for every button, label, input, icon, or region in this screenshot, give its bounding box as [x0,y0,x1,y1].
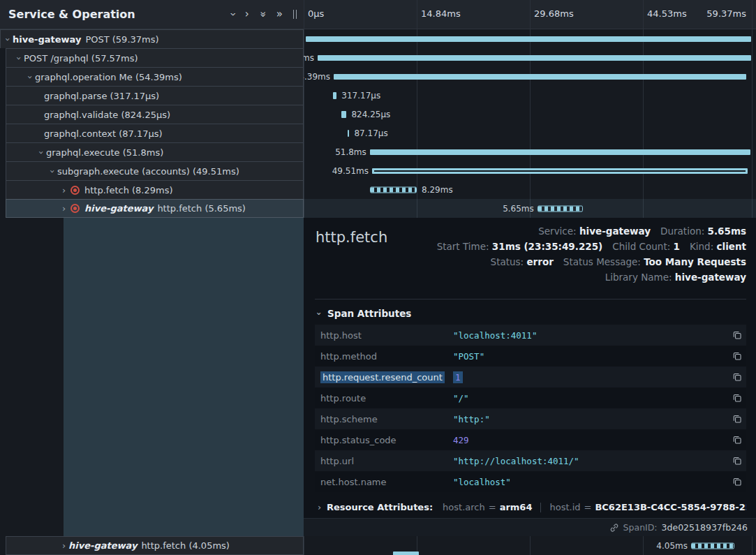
duration-bar[interactable] [334,74,746,80]
tree-item-http-fetch-8-29[interactable]: ›http.fetch (8.29ms) [6,180,304,199]
partial-next-bar [393,552,419,555]
chevron-right-icon[interactable]: › [245,9,249,20]
equals-sign: = [584,502,592,512]
chevron-right-icon[interactable]: › [59,204,68,213]
timeline-track: 5.65ms [305,199,752,218]
gridline [530,0,531,29]
gridline [752,0,753,29]
duration-bar[interactable] [370,186,417,193]
time-axis: 0µs14.84ms29.68ms44.53ms59.37ms [304,0,756,29]
resource-attributes-items: host.arch=arm64host.id=BC62E13B-C4CC-585… [443,502,746,512]
chevron-down-icon[interactable]: › [15,54,24,63]
span-attributes-header[interactable]: › Span Attributes [315,308,756,319]
attribute-row: http.method"POST" [315,346,746,367]
bottom-span-row: ›hive-gatewayhttp.fetch (4.05ms)4.05ms [0,536,756,555]
meta-value: 1 [674,241,680,252]
copy-icon[interactable] [732,351,742,361]
details-header: http.fetch Service: hive-gatewayDuration… [304,218,756,299]
copy-icon[interactable] [732,372,742,382]
timeline-cell: 57.57ms [304,48,756,67]
attribute-value: "localhost:4011" [453,330,725,341]
panel-resize-handle[interactable] [293,10,297,19]
duration-label: 57.57ms [304,53,314,63]
tree-item-http-fetch-4-05[interactable]: ›hive-gatewayhttp.fetch (4.05ms) [6,536,304,555]
copy-icon[interactable] [732,456,742,466]
duration-bar[interactable] [333,92,336,99]
duration-bar[interactable] [538,205,583,212]
gridline [643,0,644,29]
attribute-name: http.host [320,330,362,341]
gridline [304,536,304,555]
selected-value: 1 [453,371,463,383]
duration-bar[interactable] [341,111,346,118]
duration-bar[interactable] [370,149,750,155]
copy-icon[interactable] [732,393,742,403]
chevron-down-icon[interactable]: › [227,13,237,17]
meta-value: Too Many Requests [644,256,746,267]
duration-label: 49.51ms [332,166,369,176]
copy-icon[interactable] [732,414,742,424]
tree-item-http-fetch-5-65[interactable]: ›hive-gatewayhttp.fetch (5.65ms) [6,199,304,218]
copy-icon[interactable] [732,477,742,487]
chevron-down-icon[interactable]: › [3,35,13,44]
resource-attr-value: arm64 [500,502,533,512]
tree-item-graphql-parse[interactable]: graphql.parse (317.17µs) [6,86,304,105]
service-name: hive-gateway [13,34,81,45]
tree-item-graphql-validate[interactable]: graphql.validate (824.25µs) [6,105,304,124]
expand-all-icon[interactable]: » [276,9,283,20]
span-label: POST /graphql (57.57ms) [24,53,138,64]
span-rows: ›hive-gatewayPOST (59.37ms)›POST /graphq… [0,29,756,218]
timeline-cell: 317.17µs [304,86,756,105]
header-row: Service & Operation › › » » 0µs14.84ms29… [0,0,756,29]
span-label: http.fetch (4.05ms) [141,540,230,551]
timeline-track: 51.8ms [305,142,752,161]
attribute-name: net.host.name [320,477,387,487]
chevron-right-icon[interactable]: › [59,186,68,195]
duration-bar[interactable] [306,36,750,42]
tree-item-hive-gateway-post[interactable]: ›hive-gatewayPOST (59.37ms) [0,29,304,48]
tree-item-graphql-context[interactable]: graphql.context (87.17µs) [6,124,304,142]
tree-item-graphql-execute[interactable]: ›graphql.execute (51.8ms) [6,142,304,161]
trace-viewer: Service & Operation › › » » 0µs14.84ms29… [0,0,756,555]
chevron-down-icon[interactable]: › [26,73,35,82]
tree-item-post-graphql[interactable]: ›POST /graphql (57.57ms) [6,48,304,67]
attribute-row: http.scheme"http:" [315,408,746,429]
meta-value: error [526,256,553,267]
span-label: graphql.execute (51.8ms) [46,147,163,158]
timeline-track: 87.17µs [305,124,752,142]
span-row: ›subgraph.execute (accounts) (49.51ms)49… [0,161,756,180]
meta-value: client [717,241,746,252]
attribute-name: http.scheme [320,414,378,424]
tree-item-graphql-operation-me[interactable]: ›graphql.operation Me (54.39ms) [6,67,304,86]
meta-line: Start Time: 31ms (23:35:49.225)Child Cou… [437,239,746,254]
meta-label: Status Message: [563,256,644,267]
timeline-cell: 5.65ms [304,199,756,218]
resource-attributes-row[interactable]: › Resource Attributes: host.arch=arm64ho… [315,502,746,512]
tree-item-subgraph-execute-accounts[interactable]: ›subgraph.execute (accounts) (49.51ms) [6,161,304,180]
span-label: POST (59.37ms) [85,34,158,45]
timeline-track: 49.51ms [305,161,752,180]
chevron-down-icon[interactable]: › [37,148,46,157]
link-icon[interactable] [609,523,619,533]
duration-bar[interactable] [318,55,751,61]
copy-icon[interactable] [732,435,742,445]
gridline [304,0,304,29]
timeline-track: 54.39ms [305,67,752,86]
duration-bar[interactable] [372,168,748,174]
duration-bar[interactable] [348,130,349,137]
span-details-panel: http.fetch Service: hive-gatewayDuration… [304,218,756,536]
chevron-down-icon[interactable]: › [48,167,57,176]
resource-attr-name: host.id [549,502,580,512]
copy-icon[interactable] [732,330,742,340]
chevron-right-icon[interactable]: › [59,541,68,550]
attribute-row: http.route"/" [315,387,746,408]
child-extent-line [374,170,746,172]
meta-label: Duration: [660,225,707,237]
collapse-all-icon[interactable]: » [258,11,268,17]
meta-label: Library Name: [605,272,675,283]
meta-value: hive-gateway [675,272,746,283]
service-operation-header: Service & Operation › › » » [0,0,304,29]
span-label: graphql.operation Me (54.39ms) [35,72,182,82]
duration-bar[interactable] [691,542,734,549]
attribute-name: http.method [320,351,377,362]
